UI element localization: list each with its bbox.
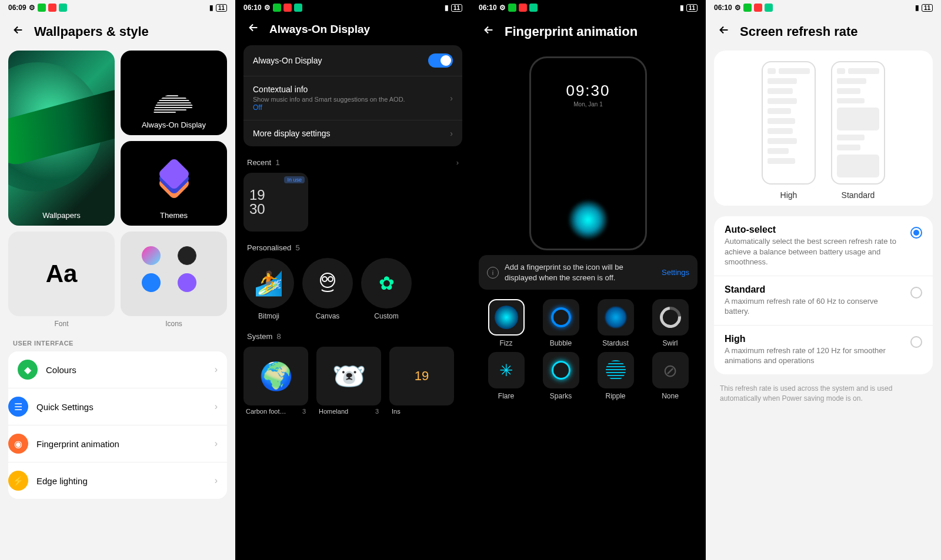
palette-icon: ◆ [18,360,38,380]
system-tile-next[interactable]: 19 [389,347,454,405]
radio-unselected[interactable] [910,287,922,299]
radio-selected[interactable] [910,227,922,239]
screen-refresh-rate: 06:10 ⚙ ▮11 Screen refresh rate High [706,0,941,560]
system-tile-homeland[interactable]: 🐻‍❄️ [316,347,381,405]
settings-link[interactable]: Settings [662,268,689,277]
preview-time: 09:30 [566,82,610,100]
screen-wallpapers-style: 06:09 ⚙ ▮11 Wallpapers & style Wallpaper… [0,0,235,560]
system-tile-carbon[interactable]: 🌍 [243,347,308,405]
item-custom[interactable]: ✿ Custom [361,258,412,320]
page-title: Always-On Display [269,23,370,36]
footnote: This refresh rate is used across the sys… [706,374,941,413]
battery-level: 11 [216,4,227,12]
rate-options-list: Auto-select Automatically select the bes… [714,216,933,374]
status-bar: 06:10 ⚙ ▮11 [470,0,706,15]
item-canvas[interactable]: Canvas [302,258,353,320]
item-bitmoji[interactable]: 🏄 Bitmoji [243,258,294,320]
tile-label: Font [8,320,115,328]
status-bar: 06:10 ⚙ ▮11 [235,0,470,15]
tile-label: Icons [121,320,227,328]
preview-phone-standard [831,61,885,185]
chevron-right-icon: › [450,93,453,103]
back-icon[interactable] [482,24,495,40]
status-bar: 06:10 ⚙ ▮11 [706,0,941,15]
item-colours[interactable]: ◆ Colours › [8,351,227,388]
chevron-right-icon: › [215,401,218,412]
item-edge-lighting[interactable]: ⚡ Edge lighting › [8,462,227,499]
grid-icon: ☰ [8,397,28,417]
section-recent[interactable]: Recent 1 › [235,146,470,173]
section-heading: USER INTERFACE [0,328,235,351]
tile-label: Wallpapers [8,211,115,220]
preview-phone-high [762,61,816,185]
tile-themes[interactable]: Themes [121,141,227,226]
page-header: Screen refresh rate [706,15,941,51]
lightning-icon: ⚡ [8,471,28,491]
aod-recent-tile[interactable]: In use 19 30 [243,173,308,232]
phone-preview: 09:30 Mon, Jan 1 [529,56,647,250]
page-header: Wallpapers & style [0,15,235,51]
user-interface-list: ◆ Colours › ☰ Quick Settings › ◉ Fingerp… [8,351,227,499]
tab-high[interactable]: High [780,190,797,200]
item-quick-settings[interactable]: ☰ Quick Settings › [8,388,227,425]
screen-fingerprint-animation: 06:10 ⚙ ▮11 Fingerprint animation 09:30 … [470,0,706,560]
option-high[interactable]: High A maximum refresh rate of 120 Hz fo… [714,325,933,374]
option-auto-select[interactable]: Auto-select Automatically select the bes… [714,216,933,276]
anim-fizz[interactable]: Fizz [479,299,533,347]
svg-point-1 [322,277,327,281]
status-time: 06:09 [8,4,26,12]
preview-date: Mon, Jan 1 [573,101,602,108]
chevron-right-icon: › [456,158,459,167]
tile-icons[interactable] [121,232,227,316]
radio-unselected[interactable] [910,336,922,348]
tab-standard[interactable]: Standard [842,190,875,200]
anim-flare[interactable]: ✳Flare [479,352,533,400]
tile-font[interactable]: Aa [8,232,115,316]
row-contextual-info[interactable]: Contextual info Show music info and Smar… [243,76,462,120]
back-icon[interactable] [12,24,25,40]
back-icon[interactable] [247,21,260,37]
rate-preview-card: High Standard [714,51,933,206]
chevron-right-icon: › [215,475,218,486]
anim-sparks[interactable]: Sparks [533,352,588,400]
tile-label: Always-On Display [121,120,227,129]
svg-point-2 [328,277,333,281]
fingerprint-icon: ◉ [8,434,28,454]
page-title: Wallpapers & style [34,24,149,39]
chevron-right-icon: › [215,364,218,375]
tile-wallpapers[interactable]: Wallpapers [8,51,115,226]
section-personalised: Personalised 5 [235,232,470,258]
tile-label: Themes [121,211,227,220]
page-title: Screen refresh rate [740,24,858,39]
item-fingerprint-animation[interactable]: ◉ Fingerprint animation › [8,425,227,462]
row-aod-toggle[interactable]: Always-On Display [243,45,462,76]
anim-none[interactable]: ⊘None [643,352,698,400]
chevron-right-icon: › [450,129,453,138]
font-icon: Aa [46,260,78,288]
page-title: Fingerprint animation [505,24,638,39]
badge-in-use: In use [284,176,305,183]
anim-stardust[interactable]: Stardust [588,299,643,347]
screen-always-on-display: 06:10 ⚙ ▮11 Always-On Display Always-On … [235,0,470,560]
anim-ripple[interactable]: Ripple [588,352,643,400]
toggle-on[interactable] [428,53,453,68]
option-standard[interactable]: Standard A maximum refresh rate of 60 Hz… [714,276,933,325]
info-banner: i Add a fingerprint so the icon will be … [479,255,698,290]
chevron-right-icon: › [215,438,218,449]
back-icon[interactable] [718,24,730,40]
page-header: Fingerprint animation [470,15,706,51]
section-system: System 8 [235,320,470,347]
row-more-display-settings[interactable]: More display settings › [243,120,462,146]
anim-bubble[interactable]: Bubble [533,299,588,347]
tile-aod[interactable]: Always-On Display [121,51,227,135]
page-header: Always-On Display [235,15,470,45]
info-icon: i [487,267,499,279]
anim-swirl[interactable]: Swirl [643,299,698,347]
fingerprint-glow [568,199,609,240]
status-bar: 06:09 ⚙ ▮11 [0,0,235,15]
